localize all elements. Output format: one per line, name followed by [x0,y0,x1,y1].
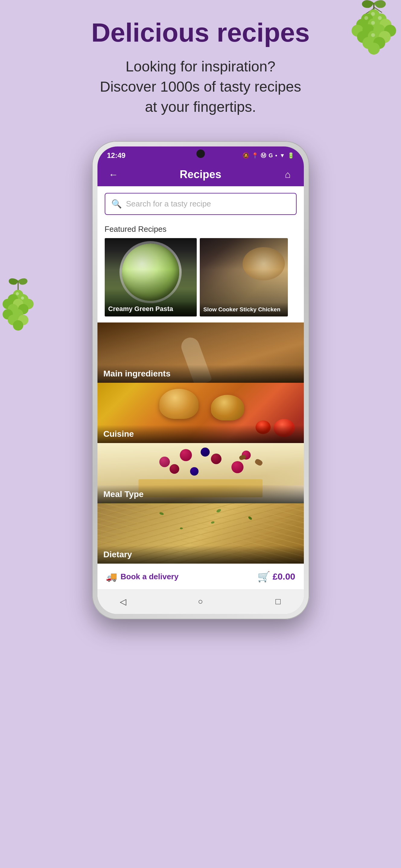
page-wrapper: Delicious recipes Looking for inspiratio… [0,0,401,868]
svg-point-37 [13,320,23,331]
header-section: Delicious recipes Looking for inspiratio… [0,0,401,129]
phone-screen: 12:49 🔕 📍 Ⓜ G • ▼ 🔋 ← Recipes ⌂ [97,147,304,614]
recipe-label-chicken: Slow Cooker Sticky Chicken [200,303,288,316]
svg-point-23 [371,33,375,37]
featured-title: Featured Recipes [105,224,296,234]
nav-bar: ◁ ○ □ [97,589,304,614]
svg-point-38 [16,292,19,295]
grapes-left-decoration [0,271,36,368]
book-delivery-button[interactable]: 🚚 Book a delivery [106,571,179,582]
delivery-label: Book a delivery [121,572,179,581]
main-title: Delicious recipes [24,18,377,47]
category-meal-type[interactable]: Meal Type [97,443,304,503]
subtitle-line3: at your fingertips. [145,99,256,115]
phone-outer-shell: 12:49 🔕 📍 Ⓜ G • ▼ 🔋 ← Recipes ⌂ [92,141,309,619]
cart-section[interactable]: 🛒 £0.00 [257,570,295,583]
bottom-bar: 🚚 Book a delivery 🛒 £0.00 [97,564,304,589]
nav-back-icon: ◁ [120,597,126,607]
category-label-cuisine: Cuisine [97,425,304,443]
wifi-icon: ▼ [280,153,285,159]
app-title: Recipes [121,168,280,181]
search-placeholder-text: Search for a tasty recipe [126,199,211,209]
motorola-icon: Ⓜ [261,152,266,159]
dot-icon: • [275,153,277,159]
search-bar[interactable]: 🔍 Search for a tasty recipe [105,193,296,215]
back-button[interactable]: ← [106,169,121,180]
grapes-top-right-decoration [347,0,401,60]
featured-section: Featured Recipes Creamy Green Pasta [97,221,304,322]
category-label-meal: Meal Type [97,485,304,503]
svg-point-19 [371,12,375,16]
category-label-main: Main ingredients [97,365,304,383]
svg-point-22 [371,21,375,25]
camera-notch [196,150,205,158]
search-icon: 🔍 [111,199,122,209]
nav-back-button[interactable]: ◁ [116,594,131,609]
recipe-card-chicken[interactable]: Slow Cooker Sticky Chicken [200,238,288,316]
category-main-ingredients[interactable]: Main ingredients [97,322,304,383]
app-content: 🔍 Search for a tasty recipe Featured Rec… [97,186,304,614]
subtitle-line2: Discover 1000s of tasty recipes [100,79,301,95]
nav-home-button[interactable]: ○ [193,594,208,609]
home-button[interactable]: ⌂ [280,169,295,180]
phone-mockup: 12:49 🔕 📍 Ⓜ G • ▼ 🔋 ← Recipes ⌂ [92,141,309,619]
svg-point-21 [365,16,368,20]
subtitle: Looking for inspiration? Discover 1000s … [24,56,377,117]
location-icon: 📍 [252,152,258,159]
status-bar: 12:49 🔕 📍 Ⓜ G • ▼ 🔋 [97,147,304,163]
featured-cards: Creamy Green Pasta Slow Cooker Sticky Ch… [105,238,296,316]
svg-point-39 [21,297,24,300]
subtitle-line1: Looking for inspiration? [125,59,275,74]
category-dietary[interactable]: Dietary [97,503,304,564]
truck-icon: 🚚 [106,571,117,582]
cart-icon: 🛒 [257,570,270,583]
notification-icon: 🔕 [242,152,249,159]
recipe-card-pasta[interactable]: Creamy Green Pasta [105,238,197,316]
recipe-label-pasta: Creamy Green Pasta [105,301,197,316]
search-section: 🔍 Search for a tasty recipe [97,186,304,221]
nav-recents-icon: □ [276,597,281,607]
status-time: 12:49 [107,151,125,160]
svg-point-18 [368,42,380,55]
cart-price: £0.00 [273,571,295,582]
status-icons: 🔕 📍 Ⓜ G • ▼ 🔋 [242,152,294,159]
svg-point-20 [378,16,382,20]
battery-icon: 🔋 [288,152,294,159]
google-icon: G [268,153,273,159]
app-bar: ← Recipes ⌂ [97,163,304,186]
category-label-dietary: Dietary [97,546,304,564]
nav-home-icon: ○ [198,597,203,607]
nav-recents-button[interactable]: □ [271,594,286,609]
category-cuisine[interactable]: Cuisine [97,383,304,443]
